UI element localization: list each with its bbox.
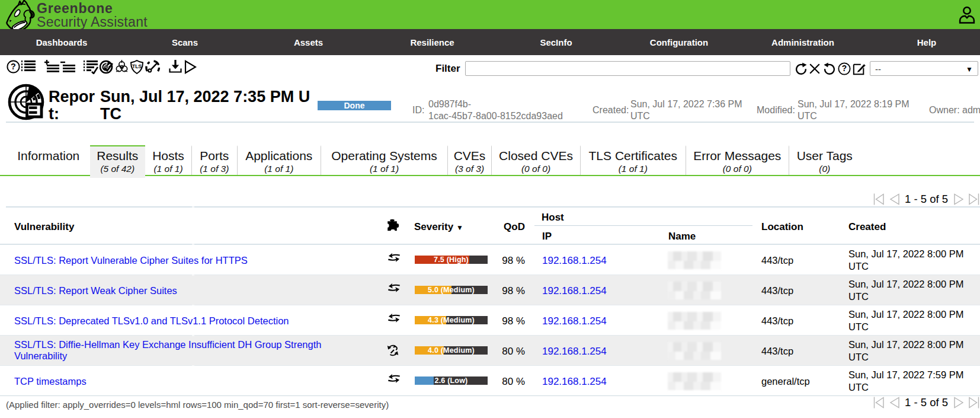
svg-text:TLS: TLS bbox=[132, 63, 142, 69]
svg-text:?: ? bbox=[11, 62, 16, 71]
svg-text:?: ? bbox=[842, 64, 847, 73]
